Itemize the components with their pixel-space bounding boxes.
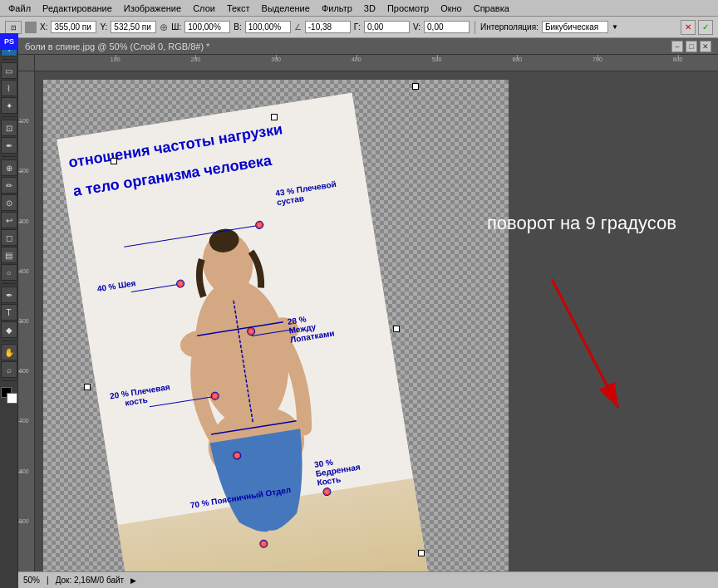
tool-separator4 — [2, 283, 17, 284]
gradient-tool[interactable]: ▤ — [1, 247, 17, 263]
menu-edit[interactable]: Редактирование — [37, 2, 117, 14]
red-arrow-annotation — [535, 262, 635, 429]
ps-badge: PS — [0, 33, 18, 50]
svg-line-11 — [552, 279, 618, 408]
canvas-area: 100200300400500600700800 100200300400500… — [18, 55, 718, 571]
options-bar: ⊡ X: 355,00 пи Y: 532,50 пи ⊕ Ш: 100,00%… — [0, 17, 718, 38]
link-icon: ⊕ — [160, 22, 168, 33]
handle-ml[interactable] — [84, 384, 91, 390]
width-label: Ш: — [171, 22, 181, 32]
tool-separator — [2, 59, 17, 60]
handle-br[interactable] — [418, 550, 425, 556]
menu-image[interactable]: Изображение — [119, 2, 186, 14]
menu-select[interactable]: Выделение — [257, 2, 315, 14]
tool-separator3 — [2, 156, 17, 157]
confirm-transform-button[interactable]: ✓ — [698, 20, 713, 35]
status-arrow[interactable]: ▶ — [130, 576, 136, 585]
handle-tr[interactable] — [412, 83, 419, 90]
height-value[interactable]: 100,00% — [245, 21, 291, 33]
menu-text[interactable]: Текст — [222, 2, 255, 14]
angle-value[interactable]: -10,38 — [305, 21, 351, 33]
menu-file[interactable]: Файл — [3, 2, 36, 14]
interp-label: Интерполяция: — [480, 22, 538, 32]
interp-arrow[interactable]: ▼ — [612, 23, 618, 31]
magic-wand-tool[interactable]: ✦ — [1, 97, 17, 114]
menu-layers[interactable]: Слои — [188, 2, 220, 14]
menu-filter[interactable]: Фильтр — [317, 2, 357, 14]
status-separator: | — [47, 576, 49, 585]
rect-select-tool[interactable]: ▭ — [1, 62, 17, 79]
handle-tc[interactable] — [271, 114, 278, 120]
maximize-button[interactable]: □ — [686, 41, 697, 52]
document-title: боли в спине.jpg @ 50% (Слой 0, RGB/8#) … — [25, 42, 669, 51]
clone-tool[interactable]: ⊙ — [1, 194, 17, 211]
angle-symbol: ∠ — [294, 22, 302, 32]
dodge-tool[interactable]: ○ — [1, 264, 17, 281]
menu-window[interactable]: Окно — [435, 2, 467, 14]
gamma-label: Г: — [354, 22, 361, 32]
separator — [475, 21, 475, 34]
handle-mr[interactable] — [393, 326, 400, 332]
menu-help[interactable]: Справка — [469, 2, 514, 14]
background-color[interactable] — [7, 393, 17, 404]
transform-icon: ⊡ — [5, 21, 22, 34]
v-value[interactable]: 0,00 — [424, 21, 470, 33]
y-coord-label: Y: — [100, 22, 107, 32]
options-icon1 — [25, 22, 37, 33]
ruler-left: 100200300400500600700800900 — [18, 71, 35, 571]
x-coord-value[interactable]: 355,00 пи — [51, 21, 96, 33]
cancel-transform-button[interactable]: ✕ — [681, 20, 696, 35]
tool-separator2 — [2, 116, 17, 117]
doc-info: Док: 2,16М/0 байт — [56, 576, 125, 585]
eraser-tool[interactable]: ◻ — [1, 229, 17, 246]
menu-view[interactable]: Просмотр — [382, 2, 434, 14]
heal-tool[interactable]: ⊕ — [1, 159, 17, 176]
eyedropper-tool[interactable]: ✒ — [1, 137, 17, 154]
ruler-corner — [18, 55, 35, 71]
height-label: В: — [234, 22, 241, 32]
document-titlebar: боли в спине.jpg @ 50% (Слой 0, RGB/8#) … — [18, 38, 718, 55]
x-coord-label: X: — [40, 22, 47, 32]
status-bar: 50% | Док: 2,16М/0 байт ▶ — [18, 571, 718, 588]
hand-tool[interactable]: ✋ — [1, 344, 17, 360]
brush-tool[interactable]: ✏ — [1, 177, 17, 194]
shape-tool[interactable]: ◆ — [1, 321, 17, 338]
type-tool[interactable]: T — [1, 304, 17, 321]
v-label: V: — [413, 22, 420, 32]
zoom-level: 50% — [23, 576, 40, 585]
lasso-tool[interactable]: ⌇ — [1, 80, 17, 96]
gamma-value[interactable]: 0,00 — [364, 21, 410, 33]
confirm-buttons: ✕ ✓ — [681, 20, 713, 35]
close-button[interactable]: ✕ — [700, 41, 711, 52]
crop-tool[interactable]: ⊡ — [1, 120, 17, 136]
minimize-button[interactable]: – — [671, 41, 683, 52]
left-toolbar: ✛ ▭ ⌇ ✦ ⊡ ✒ ⊕ ✏ ⊙ ↩ ◻ ▤ ○ ✒ T ◆ ✋ ⌕ — [0, 38, 18, 571]
handle-tl[interactable] — [111, 158, 117, 164]
tool-separator5 — [2, 341, 17, 341]
tool-separator6 — [2, 380, 17, 381]
interp-value[interactable]: Бикубическая — [542, 21, 608, 33]
menu-3d[interactable]: 3D — [359, 2, 381, 14]
color-swatches[interactable] — [1, 387, 17, 404]
rotation-annotation: поворот на 9 градусов — [487, 213, 676, 234]
history-brush-tool[interactable]: ↩ — [1, 212, 17, 228]
width-value[interactable]: 100,00% — [184, 21, 230, 33]
menubar: Файл Редактирование Изображение Слои Тек… — [0, 0, 718, 17]
document-canvas[interactable]: отношения частоты нагрузки а тело органи… — [43, 80, 509, 571]
y-coord-value[interactable]: 532,50 пи — [111, 21, 156, 33]
pen-tool[interactable]: ✒ — [1, 287, 17, 303]
ruler-top: 100200300400500600700800 — [35, 55, 718, 71]
zoom-tool[interactable]: ⌕ — [1, 361, 17, 378]
